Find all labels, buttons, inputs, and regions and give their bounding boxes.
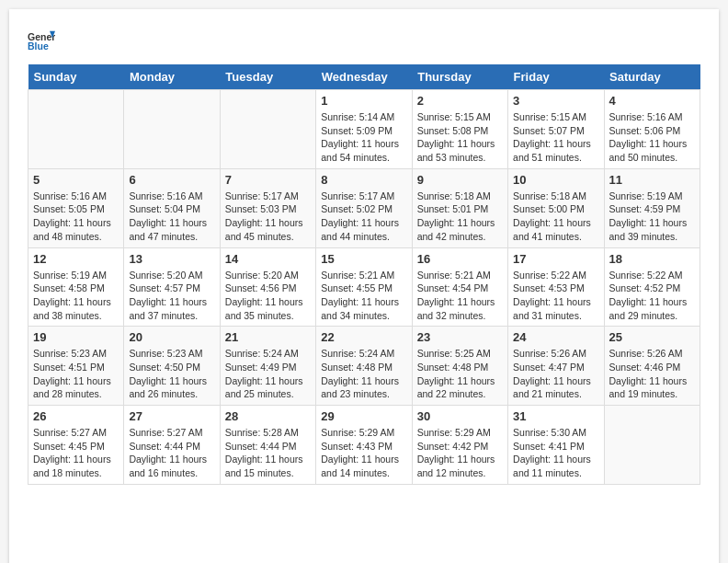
- day-cell: [124, 90, 220, 169]
- week-row-2: 5Sunrise: 5:16 AMSunset: 5:05 PMDaylight…: [28, 168, 700, 247]
- day-info: Sunrise: 5:16 AMSunset: 5:05 PMDaylight:…: [33, 190, 119, 244]
- day-number: 10: [513, 173, 598, 187]
- weekday-header-tuesday: Tuesday: [220, 64, 315, 90]
- day-info: Sunrise: 5:30 AMSunset: 4:41 PMDaylight:…: [513, 426, 598, 480]
- day-number: 2: [417, 94, 503, 108]
- day-cell: 28Sunrise: 5:28 AMSunset: 4:44 PMDayligh…: [220, 406, 315, 485]
- day-info: Sunrise: 5:24 AMSunset: 4:49 PMDaylight:…: [225, 347, 311, 401]
- day-cell: 12Sunrise: 5:19 AMSunset: 4:58 PMDayligh…: [28, 247, 124, 327]
- day-cell: 25Sunrise: 5:26 AMSunset: 4:46 PMDayligh…: [604, 327, 700, 406]
- day-number: 17: [513, 252, 598, 266]
- day-info: Sunrise: 5:29 AMSunset: 4:42 PMDaylight:…: [417, 426, 503, 480]
- day-number: 16: [417, 252, 503, 266]
- day-info: Sunrise: 5:21 AMSunset: 4:55 PMDaylight:…: [321, 269, 406, 323]
- day-info: Sunrise: 5:14 AMSunset: 5:09 PMDaylight:…: [321, 110, 406, 165]
- day-number: 1: [321, 94, 406, 108]
- day-info: Sunrise: 5:15 AMSunset: 5:07 PMDaylight:…: [513, 110, 598, 165]
- day-cell: 10Sunrise: 5:18 AMSunset: 5:00 PMDayligh…: [508, 168, 604, 247]
- day-number: 13: [129, 252, 214, 266]
- day-number: 21: [225, 330, 311, 344]
- day-number: 9: [417, 173, 503, 187]
- day-cell: 4Sunrise: 5:16 AMSunset: 5:06 PMDaylight…: [604, 90, 700, 169]
- day-number: 20: [129, 330, 214, 344]
- day-cell: 2Sunrise: 5:15 AMSunset: 5:08 PMDaylight…: [412, 90, 507, 169]
- day-number: 28: [225, 409, 311, 423]
- logo-icon: General Blue: [28, 28, 55, 55]
- day-cell: 5Sunrise: 5:16 AMSunset: 5:05 PMDaylight…: [28, 168, 124, 247]
- day-info: Sunrise: 5:17 AMSunset: 5:02 PMDaylight:…: [321, 190, 406, 244]
- day-cell: 1Sunrise: 5:14 AMSunset: 5:09 PMDaylight…: [316, 90, 412, 169]
- day-number: 15: [321, 252, 406, 266]
- day-cell: [28, 90, 124, 169]
- day-info: Sunrise: 5:22 AMSunset: 4:52 PMDaylight:…: [609, 269, 695, 323]
- day-cell: 24Sunrise: 5:26 AMSunset: 4:47 PMDayligh…: [508, 327, 604, 406]
- week-row-4: 19Sunrise: 5:23 AMSunset: 4:51 PMDayligh…: [28, 327, 700, 406]
- day-number: 3: [513, 94, 598, 108]
- day-info: Sunrise: 5:16 AMSunset: 5:04 PMDaylight:…: [129, 190, 214, 244]
- day-info: Sunrise: 5:29 AMSunset: 4:43 PMDaylight:…: [321, 426, 406, 480]
- day-info: Sunrise: 5:15 AMSunset: 5:08 PMDaylight:…: [417, 110, 503, 165]
- week-row-1: 1Sunrise: 5:14 AMSunset: 5:09 PMDaylight…: [28, 90, 700, 169]
- day-cell: 7Sunrise: 5:17 AMSunset: 5:03 PMDaylight…: [220, 168, 315, 247]
- day-cell: 14Sunrise: 5:20 AMSunset: 4:56 PMDayligh…: [220, 247, 315, 327]
- day-info: Sunrise: 5:20 AMSunset: 4:57 PMDaylight:…: [129, 269, 214, 323]
- weekday-header-saturday: Saturday: [604, 64, 700, 90]
- day-number: 30: [417, 409, 503, 423]
- day-info: Sunrise: 5:19 AMSunset: 4:58 PMDaylight:…: [33, 269, 119, 323]
- day-cell: 19Sunrise: 5:23 AMSunset: 4:51 PMDayligh…: [28, 327, 124, 406]
- day-info: Sunrise: 5:16 AMSunset: 5:06 PMDaylight:…: [609, 110, 695, 165]
- calendar-container: General Blue SundayMondayTuesdayWednesda…: [9, 9, 719, 563]
- day-number: 25: [609, 330, 695, 344]
- day-cell: 6Sunrise: 5:16 AMSunset: 5:04 PMDaylight…: [124, 168, 220, 247]
- day-cell: 17Sunrise: 5:22 AMSunset: 4:53 PMDayligh…: [508, 247, 604, 327]
- day-number: 26: [33, 409, 119, 423]
- day-cell: 20Sunrise: 5:23 AMSunset: 4:50 PMDayligh…: [124, 327, 220, 406]
- day-info: Sunrise: 5:26 AMSunset: 4:47 PMDaylight:…: [513, 347, 598, 401]
- day-number: 11: [609, 173, 695, 187]
- day-number: 19: [33, 330, 119, 344]
- weekday-header-friday: Friday: [508, 64, 604, 90]
- day-cell: 9Sunrise: 5:18 AMSunset: 5:01 PMDaylight…: [412, 168, 507, 247]
- calendar-table: SundayMondayTuesdayWednesdayThursdayFrid…: [28, 64, 700, 485]
- day-info: Sunrise: 5:27 AMSunset: 4:45 PMDaylight:…: [33, 426, 119, 480]
- day-cell: 18Sunrise: 5:22 AMSunset: 4:52 PMDayligh…: [604, 247, 700, 327]
- weekday-header-sunday: Sunday: [28, 64, 124, 90]
- day-cell: 31Sunrise: 5:30 AMSunset: 4:41 PMDayligh…: [508, 406, 604, 485]
- day-info: Sunrise: 5:26 AMSunset: 4:46 PMDaylight:…: [609, 347, 695, 401]
- day-number: 22: [321, 330, 406, 344]
- day-cell: 27Sunrise: 5:27 AMSunset: 4:44 PMDayligh…: [124, 406, 220, 485]
- svg-text:Blue: Blue: [28, 40, 49, 52]
- day-number: 27: [129, 409, 214, 423]
- weekday-header-wednesday: Wednesday: [316, 64, 412, 90]
- day-number: 5: [33, 173, 119, 187]
- weekday-header-monday: Monday: [124, 64, 220, 90]
- day-info: Sunrise: 5:21 AMSunset: 4:54 PMDaylight:…: [417, 269, 503, 323]
- day-cell: 22Sunrise: 5:24 AMSunset: 4:48 PMDayligh…: [316, 327, 412, 406]
- day-cell: 11Sunrise: 5:19 AMSunset: 4:59 PMDayligh…: [604, 168, 700, 247]
- weekday-header-row: SundayMondayTuesdayWednesdayThursdayFrid…: [28, 64, 700, 90]
- day-cell: [220, 90, 315, 169]
- day-cell: 16Sunrise: 5:21 AMSunset: 4:54 PMDayligh…: [412, 247, 507, 327]
- day-info: Sunrise: 5:18 AMSunset: 5:00 PMDaylight:…: [513, 190, 598, 244]
- week-row-3: 12Sunrise: 5:19 AMSunset: 4:58 PMDayligh…: [28, 247, 700, 327]
- day-info: Sunrise: 5:23 AMSunset: 4:51 PMDaylight:…: [33, 347, 119, 401]
- day-info: Sunrise: 5:17 AMSunset: 5:03 PMDaylight:…: [225, 190, 311, 244]
- day-number: 12: [33, 252, 119, 266]
- day-number: 31: [513, 409, 598, 423]
- day-cell: [604, 406, 700, 485]
- day-cell: 29Sunrise: 5:29 AMSunset: 4:43 PMDayligh…: [316, 406, 412, 485]
- day-number: 8: [321, 173, 406, 187]
- day-info: Sunrise: 5:24 AMSunset: 4:48 PMDaylight:…: [321, 347, 406, 401]
- day-cell: 15Sunrise: 5:21 AMSunset: 4:55 PMDayligh…: [316, 247, 412, 327]
- day-info: Sunrise: 5:18 AMSunset: 5:01 PMDaylight:…: [417, 190, 503, 244]
- day-info: Sunrise: 5:27 AMSunset: 4:44 PMDaylight:…: [129, 426, 214, 480]
- day-number: 4: [609, 94, 695, 108]
- day-info: Sunrise: 5:23 AMSunset: 4:50 PMDaylight:…: [129, 347, 214, 401]
- weekday-header-thursday: Thursday: [412, 64, 507, 90]
- day-number: 7: [225, 173, 311, 187]
- day-cell: 3Sunrise: 5:15 AMSunset: 5:07 PMDaylight…: [508, 90, 604, 169]
- day-info: Sunrise: 5:22 AMSunset: 4:53 PMDaylight:…: [513, 269, 598, 323]
- day-info: Sunrise: 5:19 AMSunset: 4:59 PMDaylight:…: [609, 190, 695, 244]
- day-number: 29: [321, 409, 406, 423]
- day-cell: 13Sunrise: 5:20 AMSunset: 4:57 PMDayligh…: [124, 247, 220, 327]
